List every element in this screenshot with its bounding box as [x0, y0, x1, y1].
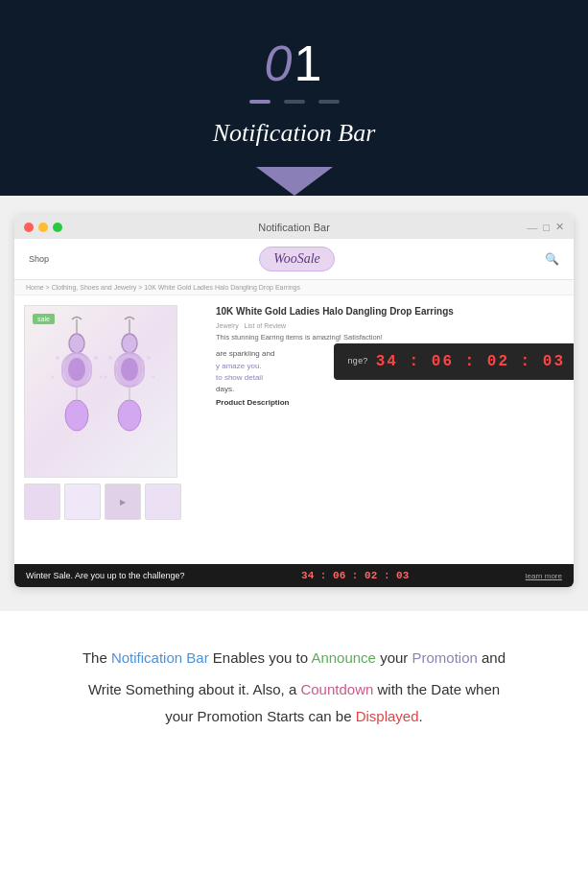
thumbnail-4[interactable] [145, 483, 181, 520]
hero-one: 1 [294, 35, 324, 91]
product-reviews: List of Review [245, 322, 287, 329]
text-block-2: Write Something about it. Also, a Countd… [38, 676, 550, 731]
browser-area: Notification Bar — □ ✕ Shop WooSale 🔍 Ho… [0, 196, 588, 611]
text-section: The Notification Bar Enables you to Anno… [0, 611, 588, 769]
hero-number: 01 [19, 38, 569, 88]
svg-point-17 [153, 376, 155, 379]
notif-bar-timer: 34 : 06 : 02 : 03 [301, 570, 409, 581]
search-icon[interactable]: 🔍 [545, 252, 559, 267]
product-description: This stunning Earring items is amazing! … [216, 333, 564, 343]
thumbnail-1[interactable] [24, 483, 60, 520]
notification-bottom-bar: Winter Sale. Are you up to the challenge… [14, 564, 574, 587]
browser-dot-green[interactable] [53, 223, 62, 232]
text-period: . [419, 708, 423, 724]
browser-dot-yellow[interactable] [38, 223, 48, 232]
main-product-image: sale [24, 305, 177, 478]
store-nav-left[interactable]: Shop [29, 254, 49, 264]
browser-controls: — □ ✕ [527, 221, 564, 233]
text-and: and [478, 649, 506, 666]
text-block-1: The Notification Bar Enables you to Anno… [38, 645, 550, 672]
product-days: days. [216, 385, 564, 393]
thumbnail-3[interactable]: ▶ [105, 483, 141, 520]
product-info: 10K White Gold Ladies Halo Dangling Drop… [216, 305, 564, 554]
svg-point-9 [122, 334, 137, 353]
text-promotion-starts: your Promotion Starts can be [165, 708, 355, 724]
notification-bar-label: Notification Bar [111, 649, 209, 666]
breadcrumb: Home > Clothing, Shoes and Jewelry > 10K… [14, 280, 574, 295]
countdown-timer: 34 : 06 : 02 : 03 [376, 353, 565, 370]
product-images: sale [24, 305, 206, 554]
sale-badge: sale [33, 314, 55, 324]
product-meta: Jewelry List of Review [216, 322, 564, 329]
browser-titlebar: Notification Bar — □ ✕ [14, 215, 574, 239]
store-header: Shop WooSale 🔍 [14, 239, 574, 280]
svg-point-4 [68, 358, 85, 381]
browser-window: Notification Bar — □ ✕ Shop WooSale 🔍 Ho… [14, 215, 574, 587]
thumbnail-2[interactable] [64, 483, 101, 520]
dot-2[interactable] [284, 100, 305, 104]
text-date: with the Date when [373, 681, 500, 697]
text-your: your [376, 649, 412, 666]
browser-dot-red[interactable] [24, 223, 34, 232]
earring-illustration [34, 315, 168, 468]
notif-bar-text: Winter Sale. Are you up to the challenge… [26, 571, 185, 580]
promotion-label: Promotion [412, 649, 477, 666]
store-logo[interactable]: WooSale [259, 247, 334, 271]
displayed-label: Displayed [356, 708, 419, 724]
svg-point-6 [94, 356, 98, 360]
browser-title: Notification Bar [258, 222, 330, 233]
amaze-highlighted: y amaze you. [216, 362, 262, 370]
close-icon[interactable]: ✕ [555, 221, 564, 233]
svg-point-16 [105, 376, 107, 379]
chevron-down-icon [256, 167, 333, 196]
dots-row [19, 100, 569, 104]
hero-title: Notification Bar [19, 119, 569, 148]
product-title: 10K White Gold Ladies Halo Dangling Drop… [216, 305, 564, 318]
countdown-overlay: nge? 34 : 06 : 02 : 03 [334, 343, 574, 380]
svg-point-19 [118, 400, 141, 431]
show-detail-link[interactable]: to show detail [216, 373, 263, 382]
browser-dots [24, 223, 62, 232]
svg-point-5 [56, 356, 59, 360]
svg-point-8 [100, 376, 103, 379]
svg-point-14 [108, 356, 112, 360]
product-description-label: Product Description [216, 398, 564, 407]
text-mid: Enables you to [209, 649, 312, 666]
product-category: Jewelry [216, 322, 239, 329]
svg-point-13 [121, 358, 138, 381]
svg-point-15 [147, 356, 151, 360]
dot-1[interactable] [249, 100, 270, 104]
minimize-icon[interactable]: — [527, 222, 537, 233]
text-write: Write Something about it. Also, a [88, 681, 301, 697]
countdown-question: nge? [347, 357, 368, 366]
text-prefix: The [82, 649, 111, 666]
thumbnail-row: ▶ [24, 483, 206, 520]
product-area: sale [14, 295, 574, 564]
svg-point-0 [69, 334, 84, 353]
chevron-container [19, 167, 569, 196]
hero-section: 01 Notification Bar [0, 0, 588, 196]
hero-zero: 0 [265, 35, 294, 91]
maximize-icon[interactable]: □ [543, 222, 550, 233]
dot-3[interactable] [318, 100, 340, 104]
svg-point-7 [52, 376, 55, 379]
countdown-label: Countdown [300, 681, 373, 697]
announce-label: Announce [311, 649, 376, 666]
svg-point-18 [65, 400, 88, 431]
notif-bar-link[interactable]: learn more [526, 572, 562, 580]
